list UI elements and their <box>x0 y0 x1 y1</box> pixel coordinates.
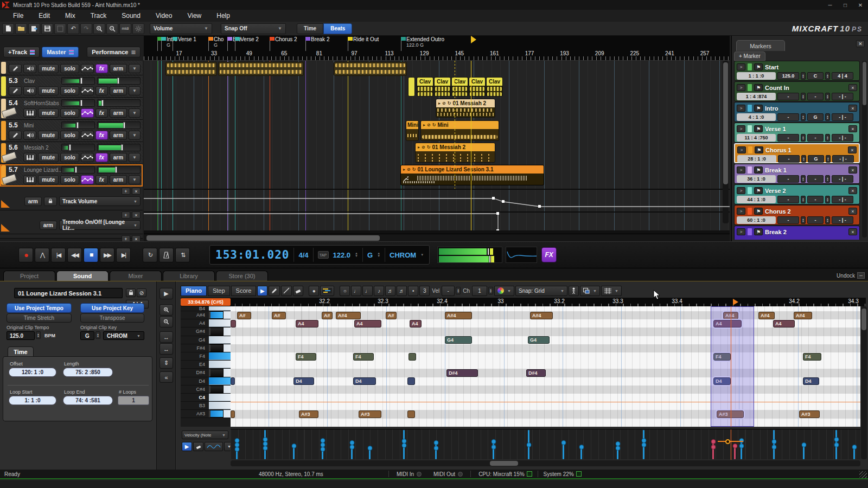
velocity-dot[interactable] <box>349 445 354 450</box>
loop-end-field[interactable]: 74: 4 :581 <box>63 396 113 405</box>
fx-button[interactable]: fx <box>95 131 108 140</box>
resize-grip[interactable] <box>859 471 867 478</box>
add-lane-button[interactable]: + <box>122 211 130 219</box>
midi-note-a4[interactable]: A4 <box>773 320 795 328</box>
metronome-button[interactable] <box>159 248 174 262</box>
track-row[interactable]: mutesolofxarm▼ <box>0 61 143 75</box>
midi-note[interactable] <box>231 320 236 328</box>
midi-note-as[interactable]: A# <box>272 312 286 319</box>
timeline-ruler[interactable]: IntroGVerse 1ChoGBreVerse 2Chorus 2Break… <box>144 36 730 61</box>
velocity-dot[interactable] <box>433 446 438 451</box>
white-key[interactable] <box>209 352 231 360</box>
spinner[interactable]: ▲▼ <box>825 196 830 203</box>
midi-note-as3[interactable]: A#3 <box>799 410 820 418</box>
velocity-dot[interactable] <box>801 442 806 447</box>
velocity-stem[interactable] <box>293 444 295 459</box>
lane-lock-icon[interactable] <box>44 197 57 206</box>
line-tool-button[interactable] <box>281 286 292 296</box>
midi-note[interactable] <box>231 377 235 385</box>
marker-position-field[interactable]: 1 : 1 :0 <box>737 72 776 80</box>
note-grid[interactable]: A#A#A#A#4A#A#4A#4A#4A#4A#4A4A4A4A4A4G4G4… <box>231 306 860 427</box>
midi-note[interactable] <box>231 410 235 418</box>
marker-signature-field[interactable]: - | - <box>832 216 853 224</box>
marker-signature-field[interactable]: - | - <box>832 155 854 163</box>
velocity-dot[interactable] <box>367 446 372 451</box>
select-tool-button[interactable]: ▶ <box>257 286 267 296</box>
loop-start-field[interactable]: 1: 1 :0 <box>9 396 56 405</box>
open-project-button[interactable] <box>15 23 27 34</box>
beats-mode-button[interactable]: Beats <box>323 23 352 34</box>
track-volume-slider[interactable] <box>61 166 95 174</box>
time-display[interactable]: 153:01.020 <box>215 248 289 261</box>
white-key[interactable] <box>209 306 231 311</box>
audio-clip[interactable] <box>218 62 304 76</box>
tab-sound[interactable]: Sound <box>56 271 108 281</box>
midi-note-a4[interactable]: A4 <box>410 320 422 328</box>
stop-button[interactable]: ■ <box>84 248 98 262</box>
marker-position-field[interactable]: 44 : 1 :0 <box>737 196 776 203</box>
velocity-stem[interactable] <box>803 443 805 459</box>
marker-tempo-field[interactable]: - <box>778 155 800 163</box>
fit-vertical-button[interactable]: ⇕ <box>159 357 173 369</box>
tempo-change-button[interactable]: ⇅ <box>175 248 190 262</box>
track-name[interactable]: Clav <box>24 78 35 84</box>
black-key[interactable] <box>209 386 224 393</box>
velocity-dot[interactable] <box>320 447 325 452</box>
menu-item-sound[interactable]: Sound <box>114 10 148 21</box>
velocity-dot[interactable] <box>291 444 296 448</box>
undo-button[interactable]: ↶ <box>67 23 79 34</box>
snap-dropdown[interactable]: Snap: Grid▼ <box>515 286 567 296</box>
white-key[interactable] <box>209 319 231 327</box>
automation-button[interactable] <box>81 131 94 140</box>
render-button[interactable] <box>54 23 66 34</box>
velocity-dot[interactable] <box>561 440 566 445</box>
scale-display[interactable]: CHROM <box>390 251 416 259</box>
midi-note-d4[interactable]: D4 <box>293 377 314 385</box>
marker-tempo-field[interactable]: 125.0 <box>777 72 799 80</box>
fx-button[interactable]: fx <box>95 153 108 162</box>
track-meter-slider[interactable] <box>97 99 141 107</box>
triplet-button[interactable]: 3 <box>419 286 430 296</box>
delete-marker-button[interactable]: × <box>848 166 857 174</box>
velocity-dot[interactable] <box>732 444 737 448</box>
eraser-tool-button[interactable] <box>193 442 203 451</box>
marker-position-field[interactable]: 4 : 1 :0 <box>737 113 776 121</box>
solo-button[interactable]: solo <box>60 108 79 118</box>
marker-signature-field[interactable]: - | - <box>832 113 853 121</box>
lane-parameter-dropdown[interactable]: Track Volume▼ <box>59 196 141 206</box>
markers-scrollbar[interactable] <box>862 61 867 237</box>
selection-region[interactable] <box>711 306 754 427</box>
zoom-out-button[interactable] <box>106 23 118 34</box>
midi-note-d4[interactable]: D4 <box>353 377 376 385</box>
timeline-h-scrollbar[interactable] <box>144 234 730 241</box>
duration-thirtysecond-button[interactable]: ♬ <box>397 286 407 296</box>
key-spinner[interactable]: ▲▼ <box>95 331 100 339</box>
collapse-left-button[interactable]: « <box>159 371 173 383</box>
white-key[interactable] <box>209 377 231 385</box>
arm-button[interactable]: arm <box>110 86 127 95</box>
audio-clip[interactable] <box>334 62 407 76</box>
audio-clip-mini[interactable]: Mini <box>406 120 419 141</box>
velocity-dot[interactable] <box>771 439 776 444</box>
midi-note-as3[interactable]: A#3 <box>299 410 318 418</box>
spinner[interactable]: ▲▼ <box>825 216 830 224</box>
markers-tab[interactable]: Markers <box>736 40 785 51</box>
use-project-key-button[interactable]: Use Project Key <box>80 303 144 313</box>
marker-card-count-in[interactable]: >⚑Count In×1 : 4 :874-▲▼-▲▼- | - <box>734 81 860 101</box>
midi-clip-clav[interactable] <box>408 77 415 97</box>
playhead-flag-icon[interactable] <box>733 299 738 305</box>
track-pencil-icon-button[interactable] <box>9 131 22 140</box>
velocity-dot[interactable] <box>579 445 584 450</box>
spinner[interactable]: ▲▼ <box>801 196 806 203</box>
tab-store-30-[interactable]: Store (30) <box>216 271 268 281</box>
time-mode-button[interactable]: Time <box>297 23 323 34</box>
piano-key-gs4[interactable]: G#4 <box>181 328 231 336</box>
piano-roll-tab-step[interactable]: Step <box>208 286 230 296</box>
velocity-dot[interactable] <box>234 447 239 452</box>
marker-signature-field[interactable]: - | - <box>832 134 853 142</box>
playhead-flag-icon[interactable] <box>471 36 476 43</box>
lane-parameter-dropdown[interactable]: Tremolo On/Off [Lounge Liz...▼ <box>59 220 141 230</box>
new-project-button[interactable] <box>2 23 14 34</box>
snap-dropdown[interactable]: Snap Off▼ <box>221 23 286 34</box>
marker-key-field[interactable]: - <box>807 196 824 203</box>
